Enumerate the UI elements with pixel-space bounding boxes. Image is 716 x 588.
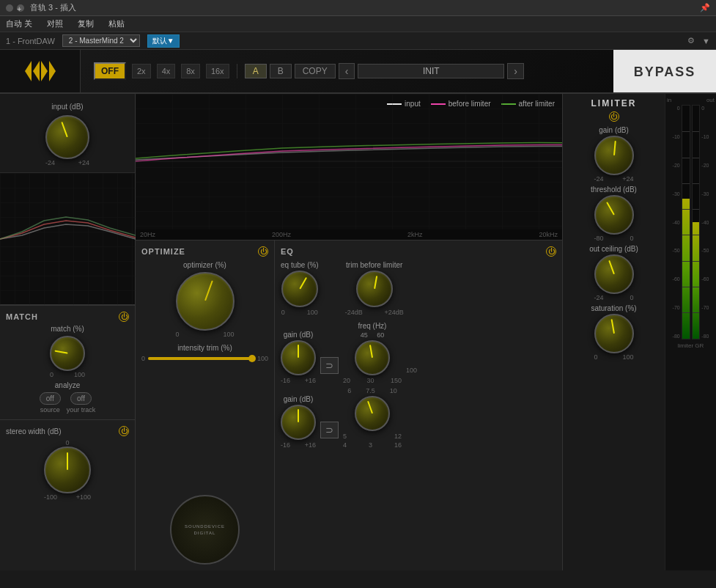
freq-khz-7: 7.5 [366, 387, 375, 394]
opt-max: 100 [223, 331, 234, 338]
freq-range-display[interactable]: 100 [406, 367, 417, 374]
threshold-max: 0 [630, 235, 633, 242]
nav-next[interactable]: › [507, 63, 524, 79]
mult-2x[interactable]: 2x [132, 64, 151, 78]
eq-band1-row: gain (dB) -16 +16 ⊃ [281, 322, 556, 384]
freq-hz-label: freq (Hz) [358, 322, 387, 330]
gain2-knob[interactable] [281, 405, 316, 440]
eq-power-btn[interactable]: ⏻ [546, 246, 556, 257]
preset-copy[interactable]: COPY [295, 64, 336, 78]
analyze-source-label: source [40, 406, 60, 414]
analyze-off-btn[interactable]: off [40, 392, 61, 405]
gain1-min: -16 [281, 377, 290, 384]
preset-label[interactable]: 默认▼ [147, 34, 180, 48]
add-dot[interactable]: + [17, 4, 24, 12]
optimize-power-btn[interactable]: ⏻ [258, 246, 268, 257]
input-db-label: input (dB) [51, 103, 83, 111]
svg-rect-0 [0, 173, 136, 305]
eq-band2-row: gain (dB) -16 +16 ⊃ [281, 387, 556, 449]
optimizer-label: optimizer (%) [183, 261, 226, 269]
meter-top-labels: in out [667, 97, 715, 103]
freq1-display: 45 60 [343, 331, 402, 375]
gain1-max: +16 [305, 377, 316, 384]
scale-50: -50 [667, 248, 680, 253]
sounddevice-logo: SOUNDDEVICE DIGITAL [170, 495, 240, 565]
mult-8x[interactable]: 8x [181, 64, 200, 78]
bypass-button[interactable]: BYPASS [613, 50, 716, 94]
eq-tube-knob[interactable] [281, 271, 318, 307]
gain1-label: gain (dB) [284, 331, 314, 339]
freq1-knob[interactable] [355, 340, 390, 375]
match-power-btn[interactable]: ⏻ [119, 312, 129, 322]
preset-a[interactable]: A [245, 64, 267, 78]
meter-out [692, 105, 701, 339]
freq-khz-5: 5 [343, 433, 347, 440]
match-knob[interactable] [50, 336, 85, 371]
menu-compare[interactable]: 对照 [47, 18, 63, 29]
freq-khz-10: 10 [390, 387, 397, 394]
gain2-max: +16 [305, 441, 316, 449]
pin-icon[interactable]: 📌 [700, 3, 710, 12]
track2-select[interactable]: 2 - MasterMind 2 [62, 34, 140, 47]
menu-paste[interactable]: 粘贴 [108, 18, 125, 29]
close-dot[interactable] [6, 4, 13, 12]
match-max: 100 [74, 371, 85, 378]
preset-b[interactable]: B [270, 64, 292, 78]
eq-gain1-group: gain (dB) -16 +16 [281, 331, 316, 384]
gain1-knob[interactable] [281, 340, 316, 375]
init-button[interactable]: INIT [358, 64, 504, 78]
off-button[interactable]: OFF [94, 62, 126, 80]
window-title: 音轨 3 - 插入 [30, 2, 76, 13]
meter-scale-right: 0 -10 -20 -30 -40 -50 -60 -70 -80 [701, 105, 715, 339]
match-percent-label: match (%) [51, 325, 84, 333]
eq-freq1-group: freq (Hz) 45 60 [343, 322, 402, 384]
analyze-track-btn[interactable]: off [70, 392, 92, 405]
freq-20hz: 20Hz [140, 231, 155, 238]
intensity-thumb[interactable] [248, 355, 256, 362]
freq-labels: 20Hz 200Hz 2kHz 20kHz [136, 229, 562, 240]
threshold-knob[interactable] [594, 195, 634, 235]
limiter-gain-label: gain (dB) [599, 126, 629, 134]
match-min: 0 [50, 371, 53, 378]
gain2-min: -16 [281, 441, 290, 449]
optimize-section: OPTIMIZE ⏻ optimizer (%) 0 100 intensity… [136, 240, 275, 570]
freq2-knob[interactable] [355, 396, 390, 431]
out-ceiling-label: out ceiling (dB) [589, 245, 638, 253]
meter-out-label: out [706, 97, 715, 103]
trim-knob[interactable] [356, 271, 393, 307]
input-min: -24 [45, 159, 55, 166]
freq-20khz: 20kHz [539, 231, 558, 238]
saturation-knob[interactable] [594, 314, 634, 353]
eq-top-row: eq tube (%) 0 100 trim before limiter [281, 261, 556, 316]
optimizer-knob[interactable] [176, 272, 235, 331]
plugin-logo [0, 50, 81, 93]
limiter-title: LIMITER [591, 98, 637, 109]
menu-copy[interactable]: 复制 [78, 18, 94, 29]
eq-main-graph [136, 94, 562, 229]
menu-auto-off[interactable]: 自动 关 [6, 18, 32, 29]
mult-4x[interactable]: 4x [157, 64, 176, 78]
eq-tube-label: eq tube (%) [281, 261, 319, 269]
dropdown-icon[interactable]: ▼ [702, 37, 710, 45]
freq-60: 60 [377, 331, 384, 339]
mult-16x[interactable]: 16x [206, 64, 229, 78]
input-db-knob[interactable] [45, 115, 89, 159]
stereo-width-label: stereo width (dB) [6, 427, 62, 436]
filter-btn2[interactable]: ⊃ [320, 422, 339, 438]
scale-r-50: -50 [701, 248, 715, 253]
stereo-knob[interactable] [44, 446, 91, 493]
match-title: MATCH [6, 312, 38, 321]
limiter-gr-label: limiter GR [678, 342, 704, 349]
intensity-track[interactable] [148, 357, 254, 360]
settings-icon[interactable]: ⚙ [687, 36, 695, 45]
plugin-header: OFF 2x 4x 8x 16x A B COPY ‹ INIT › UNDO … [0, 50, 716, 94]
nav-prev[interactable]: ‹ [339, 63, 355, 79]
filter-btn1[interactable]: ⊃ [320, 357, 339, 374]
limiter-power-btn[interactable]: ⏻ [609, 111, 619, 122]
window-controls[interactable]: + [6, 4, 24, 12]
scale-30: -30 [667, 191, 680, 196]
stereo-power-btn[interactable]: ⏻ [119, 426, 129, 436]
ceiling-knob[interactable] [594, 254, 634, 294]
sat-min: 0 [594, 353, 598, 361]
limiter-gain-knob[interactable] [594, 136, 634, 175]
